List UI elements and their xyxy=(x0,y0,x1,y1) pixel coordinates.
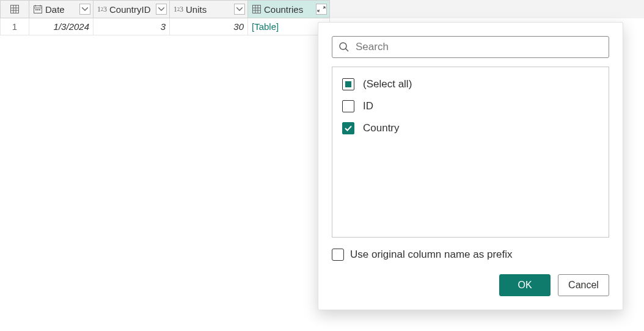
chevron-down-icon xyxy=(82,7,88,11)
select-all-cell[interactable] xyxy=(0,0,29,18)
option-label: (Select all) xyxy=(363,78,412,90)
row-index: 1 xyxy=(0,18,29,35)
search-icon xyxy=(338,42,349,53)
cell-units: 30 xyxy=(170,18,248,35)
prefix-label: Use original column name as prefix xyxy=(350,249,513,261)
option-country[interactable]: Country xyxy=(340,117,601,139)
expand-column-button[interactable] xyxy=(316,4,327,15)
number-type-icon: 123 xyxy=(97,5,107,14)
table-icon xyxy=(252,4,262,14)
option-label: ID xyxy=(363,100,373,112)
chevron-down-icon xyxy=(236,7,243,11)
column-header-countryid[interactable]: 123 CountryID xyxy=(93,0,170,18)
checkbox-unchecked[interactable] xyxy=(342,100,354,112)
chevron-down-icon xyxy=(158,7,164,11)
checkbox-unchecked[interactable] xyxy=(332,249,344,261)
svg-rect-9 xyxy=(35,9,37,10)
svg-rect-10 xyxy=(37,9,38,10)
column-header-date[interactable]: Date xyxy=(29,0,93,18)
search-input[interactable] xyxy=(354,40,602,54)
option-select-all[interactable]: (Select all) xyxy=(340,73,601,95)
number-type-icon: 123 xyxy=(174,5,183,14)
svg-rect-0 xyxy=(11,5,19,13)
calendar-icon xyxy=(33,4,43,14)
dialog-buttons: OK Cancel xyxy=(332,274,609,296)
option-label: Country xyxy=(363,122,400,134)
option-id[interactable]: ID xyxy=(340,95,601,117)
ok-button[interactable]: OK xyxy=(499,274,551,296)
column-title: Countries xyxy=(264,4,313,15)
column-options-list: (Select all) ID Country xyxy=(332,67,609,238)
checkbox-indeterminate[interactable] xyxy=(342,78,354,90)
check-icon xyxy=(344,124,353,133)
filter-dropdown-button[interactable] xyxy=(79,4,90,15)
svg-rect-12 xyxy=(253,5,261,13)
column-header-units[interactable]: 123 Units xyxy=(170,0,248,18)
cancel-button[interactable]: Cancel xyxy=(558,274,609,296)
column-title: CountryID xyxy=(109,4,153,15)
svg-rect-11 xyxy=(39,9,40,10)
search-field[interactable] xyxy=(332,36,609,58)
filter-dropdown-button[interactable] xyxy=(156,4,167,15)
column-header-row: Date 123 CountryID 123 Units Countries xyxy=(0,0,644,18)
checkbox-checked[interactable] xyxy=(342,122,354,134)
table-icon xyxy=(10,4,20,14)
filter-dropdown-button[interactable] xyxy=(234,4,245,15)
expand-icon xyxy=(317,5,326,13)
cell-date: 1/3/2024 xyxy=(29,18,93,35)
expand-column-popup: (Select all) ID Country Use original col… xyxy=(318,22,623,310)
prefix-option[interactable]: Use original column name as prefix xyxy=(332,249,609,261)
column-header-countries[interactable]: Countries xyxy=(248,0,330,18)
svg-line-18 xyxy=(346,49,349,52)
column-title: Date xyxy=(45,4,77,15)
svg-point-17 xyxy=(340,43,346,49)
cell-countryid: 3 xyxy=(93,18,170,35)
column-title: Units xyxy=(186,4,232,15)
